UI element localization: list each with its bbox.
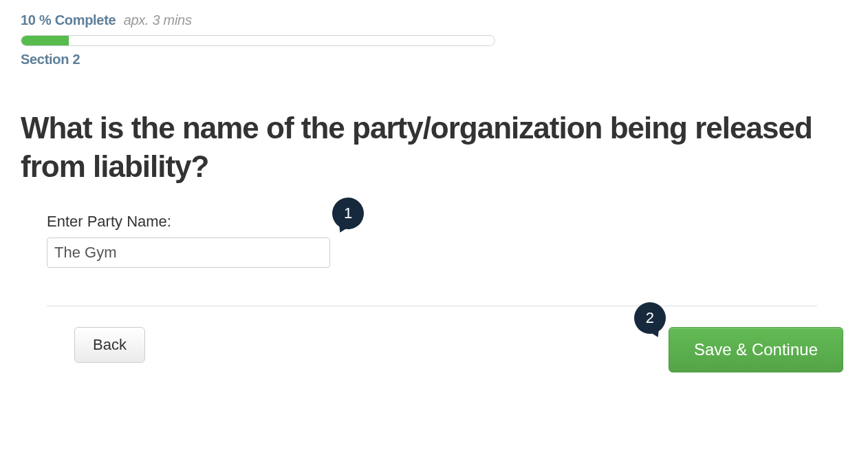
- back-button[interactable]: Back: [74, 327, 145, 363]
- party-name-input[interactable]: [47, 238, 330, 268]
- question-heading: What is the name of the party/organizati…: [21, 109, 847, 187]
- annotation-bubble-1: 1: [332, 198, 364, 229]
- progress-estimate: apx. 3 mins: [124, 12, 192, 28]
- button-row: Back 2 Save & Continue: [74, 327, 843, 372]
- progress-percent-text: 10 % Complete: [21, 12, 116, 28]
- annotation-number-1: 1: [344, 204, 352, 222]
- divider: [47, 306, 817, 306]
- progress-bar: [21, 35, 495, 46]
- progress-bar-fill: [21, 36, 69, 45]
- section-label: Section 2: [21, 52, 495, 67]
- form-area: Enter Party Name: 1: [47, 213, 838, 268]
- progress-text-line: 10 % Complete apx. 3 mins: [21, 12, 495, 28]
- annotation-number-2: 2: [646, 309, 654, 327]
- save-continue-button[interactable]: Save & Continue: [669, 327, 843, 372]
- save-button-wrap: 2 Save & Continue: [669, 327, 843, 372]
- progress-header: 10 % Complete apx. 3 mins Section 2: [21, 12, 495, 67]
- annotation-bubble-2: 2: [634, 302, 666, 334]
- party-name-label: Enter Party Name:: [47, 213, 330, 231]
- party-name-field-wrap: Enter Party Name: 1: [47, 213, 330, 268]
